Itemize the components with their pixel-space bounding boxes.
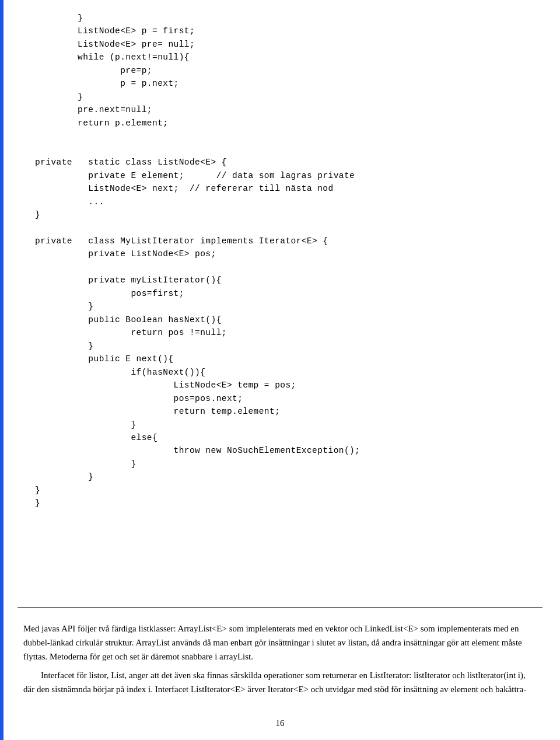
page-container: } ListNode<E> p = first; ListNode<E> pre…	[0, 0, 560, 740]
paragraph-1: Med javas API följer två färdiga listkla…	[23, 622, 537, 664]
bottom-decorative-bar	[0, 565, 4, 740]
paragraph-2: Interfacet för listor, List, anger att d…	[23, 668, 537, 696]
text-section: Med javas API följer två färdiga listkla…	[0, 616, 560, 713]
page-number: 16	[0, 713, 560, 740]
code-section: } ListNode<E> p = first; ListNode<E> pre…	[0, 0, 560, 601]
section-divider	[18, 607, 542, 608]
code-block: } ListNode<E> p = first; ListNode<E> pre…	[35, 12, 542, 510]
